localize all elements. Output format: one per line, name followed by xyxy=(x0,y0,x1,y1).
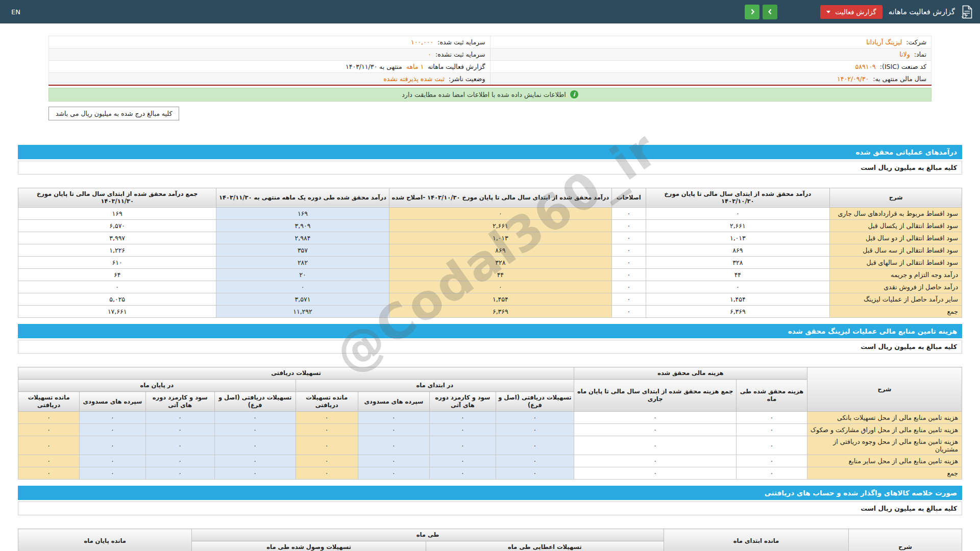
value-cell: ۱,۰۱۳ xyxy=(389,232,611,244)
group-header: تسهیلات وصول شده طی ماه xyxy=(192,541,426,551)
value-cell: ۰ xyxy=(18,455,80,467)
table-row: سایر درآمد حاصل از عملیات لیزینگ۱,۴۵۴۰۱,… xyxy=(18,293,962,306)
col-header: شرح xyxy=(849,529,962,551)
previous-report-button[interactable] xyxy=(763,5,777,19)
symbol-cell: نماد: ولانا xyxy=(490,48,932,61)
table-row: سود اقساط انتقالی از سه سال قبل۸۶۹۰۸۶۹۳۵… xyxy=(18,244,962,257)
group-header: در ابتدای ماه xyxy=(296,380,574,392)
value-cell: ۰ xyxy=(737,467,807,480)
col-header: سود و کارمزد دوره های آتی xyxy=(145,392,214,412)
col-header: هزینه محقق شده طی ماه xyxy=(737,380,807,412)
unregistered-capital-cell: سرمایه ثبت نشده: ۰ xyxy=(49,48,491,61)
value-cell: ۰ xyxy=(574,436,737,455)
value-cell: ۰ xyxy=(145,424,214,436)
company-name-link[interactable]: لیزینگ آریادانا xyxy=(866,38,902,46)
chevron-down-icon xyxy=(826,11,830,13)
group-header: مانده ابتدای ماه xyxy=(664,529,848,551)
value-cell: ۰ xyxy=(574,412,737,424)
registered-capital-cell: سرمایه ثبت شده: ۱۰۰,۰۰۰ xyxy=(49,36,491,48)
row-label-cell: هزینه تامین منابع مالی از محل سایر منابع xyxy=(807,455,962,467)
company-label: شرکت: xyxy=(906,38,926,46)
value-cell: ۰ xyxy=(214,455,296,467)
value-cell: ۱,۲۲۶ xyxy=(18,244,216,257)
row-label-cell: هزینه تامین منابع مالی از محل اوراق مشار… xyxy=(807,424,962,436)
value-cell: ۱۶۹ xyxy=(216,208,389,220)
finance-cost-unit-note: کلیه مبالغ به میلیون ریال است xyxy=(18,340,962,354)
col-header: شرح xyxy=(830,188,962,208)
value-cell: ۳,۵۷۱ xyxy=(216,293,389,306)
value-cell: ۳,۹۰۹ xyxy=(216,220,389,232)
row-label-cell: سایر درآمد حاصل از عملیات لیزینگ xyxy=(830,293,962,306)
group-header: تسهیلات اعطایی طی ماه xyxy=(426,541,664,551)
value-cell: ۰ xyxy=(214,424,296,436)
row-label-cell: سود اقساط انتقالی از سالهای قبل xyxy=(830,257,962,269)
value-cell: ۸۶۹ xyxy=(389,244,611,257)
col-header: مانده تسهیلات دریافتی xyxy=(296,392,358,412)
report-document-icon xyxy=(961,5,973,19)
language-toggle-en[interactable]: EN xyxy=(7,6,24,18)
value-cell: ۳,۹۹۷ xyxy=(18,232,216,244)
value-cell: ۲,۶۶۱ xyxy=(646,220,830,232)
value-cell: ۰ xyxy=(214,436,296,455)
row-label-cell: هزینه تامین منابع مالی از محل وجوه دریاف… xyxy=(807,436,962,455)
value-cell: ۰ xyxy=(296,424,358,436)
value-cell: ۰ xyxy=(496,424,574,436)
info-row: نماد: ولانا سرمایه ثبت نشده: ۰ xyxy=(49,48,932,61)
col-header: شرح xyxy=(807,367,962,412)
report-type-dropdown[interactable]: گزارش فعالیت xyxy=(820,5,882,19)
value-cell: ۶۴ xyxy=(18,269,216,281)
registered-capital-value: ۱۰۰,۰۰۰ xyxy=(411,38,433,46)
value-cell: ۳۵۷ xyxy=(216,244,389,257)
finance-cost-section: هزینه تامین منابع مالی عملیات لیزینگ محق… xyxy=(18,324,962,480)
value-cell: ۰ xyxy=(18,281,216,293)
report-period-label: گزارش فعالیت ماهانه xyxy=(428,63,485,70)
value-cell: ۰ xyxy=(389,208,611,220)
col-header: تسهیلات دریافتی (اصل و فرع) xyxy=(214,392,296,412)
row-label-cell: سود اقساط انتقالی از دو سال قبل xyxy=(830,232,962,244)
table-row: درآمد حاصل از فروش نقدی۰۰۰۰۰ xyxy=(18,281,962,293)
value-cell: ۶,۵۷۰ xyxy=(18,220,216,232)
group-header: طی ماه xyxy=(192,529,664,541)
value-cell: ۰ xyxy=(80,436,145,455)
header-row: شرح مانده ابتدای ماه طی ماه مانده پایان … xyxy=(18,529,962,541)
company-info: شرکت: لیزینگ آریادانا سرمایه ثبت شده: ۱۰… xyxy=(48,36,932,86)
value-cell: ۰ xyxy=(80,455,145,467)
next-report-button[interactable] xyxy=(745,5,760,19)
value-cell: ۱,۰۱۳ xyxy=(646,232,830,244)
company-info-table: شرکت: لیزینگ آریادانا سرمایه ثبت شده: ۱۰… xyxy=(48,36,932,86)
value-cell: ۰ xyxy=(214,412,296,424)
value-cell: ۱۱,۲۹۲ xyxy=(216,306,389,318)
report-period-suffix: منتهی به ۱۴۰۳/۱۱/۳۰ xyxy=(346,63,402,70)
value-cell: ۰ xyxy=(612,281,646,293)
info-row: شرکت: لیزینگ آریادانا سرمایه ثبت شده: ۱۰… xyxy=(49,36,932,48)
signature-match-banner: i اطلاعات نمایش داده شده با اطلاعات امضا… xyxy=(48,88,932,102)
total-row: جمع۰۰۰۰۰۰۰۰۰۰ xyxy=(18,467,962,480)
value-cell: ۰ xyxy=(612,208,646,220)
table-row: سود اقساط انتقالی از یکسال قبل۲,۶۶۱۰۲,۶۶… xyxy=(18,220,962,232)
revenue-section-header: درآمدهای عملیاتی محقق شده xyxy=(18,145,962,159)
goods-section: صورت خلاصه کالاهای واگذار شده و حساب های… xyxy=(18,486,962,551)
col-header: مانده تسهیلات دریافتی xyxy=(18,392,80,412)
header-row: شرح هزینه مالی محقق شده تسهیلات دریافتی xyxy=(18,367,962,380)
fiscal-year-value: ۱۴۰۲/۰۹/۳۰ xyxy=(837,75,869,83)
value-cell: ۳۲۸ xyxy=(389,257,611,269)
value-cell: ۲۰ xyxy=(216,269,389,281)
value-cell: ۴۴ xyxy=(646,269,830,281)
value-cell: ۰ xyxy=(737,436,807,455)
table-row: هزینه تامین منابع مالی از محل اوراق مشار… xyxy=(18,424,962,436)
value-cell: ۰ xyxy=(80,412,145,424)
row-label-cell: جمع xyxy=(830,306,962,318)
symbol-value: ولانا xyxy=(899,51,910,58)
value-cell: ۳۲۸ xyxy=(646,257,830,269)
value-cell: ۰ xyxy=(18,424,80,436)
group-header: هزینه مالی محقق شده xyxy=(574,367,807,380)
info-row: سال مالی منتهی به: ۱۴۰۲/۰۹/۳۰ وضعیت ناشر… xyxy=(49,73,932,85)
value-cell: ۰ xyxy=(612,257,646,269)
value-cell: ۰ xyxy=(358,424,430,436)
amounts-note-row: کلیه مبالغ درج شده به میلیون ریال می باش… xyxy=(48,107,932,120)
group-header: مانده پایان ماه xyxy=(18,529,192,551)
col-header: درآمد محقق شده از ابتدای سال مالی تا پای… xyxy=(646,188,830,208)
value-cell: ۰ xyxy=(145,455,214,467)
signature-match-text: اطلاعات نمایش داده شده با اطلاعات امضا ش… xyxy=(402,91,566,98)
value-cell: ۰ xyxy=(145,412,214,424)
